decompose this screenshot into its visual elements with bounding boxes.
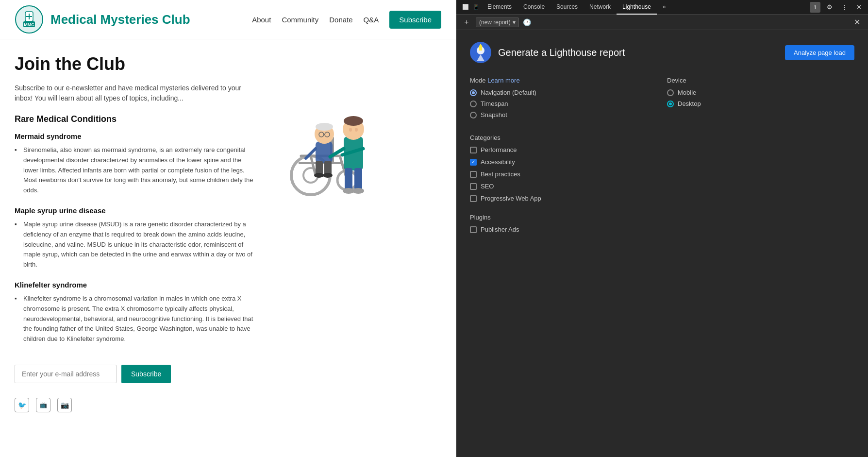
twitch-icon[interactable]: 📺 [36, 398, 50, 412]
nav-donate[interactable]: Donate [329, 16, 352, 24]
lh-plugins-section: Plugins Publisher Ads [470, 214, 854, 233]
mode-timespan-label: Timespan [481, 100, 508, 107]
devtools-tab-icons: 1 ⚙ ⋮ ✕ [810, 2, 864, 13]
mode-snapshot-radio[interactable] [470, 112, 477, 118]
category-performance-row[interactable]: Performance [470, 146, 854, 153]
tab-elements[interactable]: Elements [482, 0, 517, 15]
device-icon[interactable]: 📱 [471, 2, 482, 13]
tab-badge[interactable]: 1 [810, 2, 820, 13]
lh-mode-label: Mode Learn more [470, 77, 657, 84]
lighthouse-content: Generate a Lighthouse report Analyze pag… [456, 30, 868, 457]
nav-about[interactable]: About [252, 16, 271, 24]
more-options-icon[interactable]: ⋮ [839, 2, 850, 13]
category-accessibility-checkbox[interactable] [470, 159, 477, 166]
lh-plugins-label: Plugins [470, 214, 854, 221]
lh-mode-section: Mode Learn more Navigation (Default) Tim… [470, 77, 657, 122]
tab-sources[interactable]: Sources [551, 0, 584, 15]
category-best-practices-checkbox[interactable] [470, 171, 477, 178]
twitter-icon[interactable]: 🐦 [15, 398, 29, 412]
header-subscribe-button[interactable]: Subscribe [389, 11, 441, 29]
instagram-icon[interactable]: 📷 [57, 398, 72, 412]
mode-timespan-radio[interactable] [470, 101, 477, 107]
category-accessibility-row[interactable]: Accessibility [470, 158, 854, 166]
close-panel-icon[interactable]: ✕ [851, 17, 863, 28]
tab-more[interactable]: » [657, 0, 672, 15]
lh-mode-device-grid: Mode Learn more Navigation (Default) Tim… [470, 77, 854, 122]
device-mobile-radio[interactable] [667, 89, 674, 96]
svg-point-12 [316, 123, 333, 131]
category-pwa-checkbox[interactable] [470, 195, 477, 202]
svg-point-19 [323, 173, 333, 178]
mode-navigation-label: Navigation (Default) [481, 89, 536, 96]
learn-more-link[interactable]: Learn more [487, 77, 519, 84]
wheelchair-illustration [272, 78, 398, 204]
close-devtools-icon[interactable]: ✕ [853, 2, 864, 13]
add-report-icon[interactable]: + [461, 17, 472, 28]
tab-lighthouse[interactable]: Lighthouse [617, 0, 657, 15]
hero-image [267, 54, 403, 355]
email-input[interactable] [15, 365, 117, 383]
plugin-publisher-ads-label: Publisher Ads [481, 226, 519, 233]
tab-network[interactable]: Network [584, 0, 617, 15]
category-seo-label: SEO [481, 183, 494, 190]
category-pwa-row[interactable]: Progressive Web App [470, 195, 854, 202]
email-subscribe-button[interactable]: Subscribe [121, 365, 171, 383]
mode-navigation-radio[interactable] [470, 89, 477, 96]
device-desktop-radio[interactable] [667, 101, 674, 107]
mode-navigation-option[interactable]: Navigation (Default) [470, 89, 657, 96]
mode-timespan-option[interactable]: Timespan [470, 100, 657, 107]
nav-qa[interactable]: Q&A [364, 16, 379, 24]
svg-point-25 [355, 128, 358, 132]
site-content: Join the Club Subscribe to our e-newslet… [15, 54, 257, 355]
svg-rect-27 [354, 168, 362, 190]
lighthouse-logo-icon [470, 42, 491, 63]
category-accessibility-label: Accessibility [481, 158, 515, 166]
svg-point-18 [314, 173, 324, 178]
dropdown-chevron-icon: ▾ [513, 19, 516, 26]
device-mobile-option[interactable]: Mobile [667, 89, 854, 96]
lighthouse-logo-title: Generate a Lighthouse report [470, 42, 625, 63]
devtools-panel: ⬜ 📱 Elements Console Sources Network Lig… [456, 0, 868, 457]
condition-1-name: Mermaid syndrome [15, 132, 257, 140]
lh-device-label: Device [667, 77, 854, 84]
clear-reports-icon[interactable]: 🕐 [523, 18, 531, 26]
section-heading: Rare Medical Conditions [15, 114, 257, 124]
category-seo-checkbox[interactable] [470, 183, 477, 190]
website-panel: MMC Medical Mysteries Club About Communi… [0, 0, 456, 457]
logo-area: MMC Medical Mysteries Club [15, 5, 190, 34]
email-form: Subscribe [15, 365, 441, 383]
tab-console[interactable]: Console [517, 0, 551, 15]
new-report-select[interactable]: (new report) ▾ [476, 17, 519, 27]
condition-1-list: Sirenomelia, also known as mermaid syndr… [15, 145, 257, 196]
devtools-toolbar: + (new report) ▾ 🕐 ✕ [456, 15, 868, 30]
device-desktop-label: Desktop [678, 100, 701, 107]
lh-categories-label: Categories [470, 134, 854, 141]
plugin-publisher-ads-row[interactable]: Publisher Ads [470, 226, 854, 233]
condition-3-body: Klinefelter syndrome is a chromosomal va… [15, 294, 257, 344]
device-desktop-option[interactable]: Desktop [667, 100, 854, 107]
svg-point-29 [352, 188, 364, 194]
inspect-icon[interactable]: ⬜ [460, 2, 471, 13]
analyze-page-load-button[interactable]: Analyze page load [785, 45, 854, 60]
nav-community[interactable]: Community [282, 16, 318, 24]
lh-categories-section: Categories Performance Accessibility Bes… [470, 134, 854, 202]
svg-rect-10 [316, 141, 333, 163]
category-performance-checkbox[interactable] [470, 147, 477, 153]
svg-point-23 [344, 116, 363, 126]
svg-point-24 [349, 128, 352, 132]
hero-heading: Join the Club [15, 54, 257, 74]
category-best-practices-row[interactable]: Best practices [470, 170, 854, 178]
settings-icon[interactable]: ⚙ [824, 2, 835, 13]
site-header: MMC Medical Mysteries Club About Communi… [0, 0, 456, 39]
plugin-publisher-ads-checkbox[interactable] [470, 226, 477, 233]
category-performance-label: Performance [481, 146, 517, 153]
new-report-label: (new report) [479, 19, 511, 26]
category-seo-row[interactable]: SEO [470, 183, 854, 190]
social-icons: 🐦 📺 📷 [0, 393, 456, 422]
mode-snapshot-option[interactable]: Snapshot [470, 111, 657, 118]
condition-2-name: Maple syrup urine disease [15, 206, 257, 215]
site-logo-icon: MMC [15, 5, 44, 34]
hero-description: Subscribe to our e-newsletter and have m… [15, 83, 257, 103]
category-best-practices-label: Best practices [481, 170, 520, 178]
site-main: Join the Club Subscribe to our e-newslet… [0, 39, 456, 355]
